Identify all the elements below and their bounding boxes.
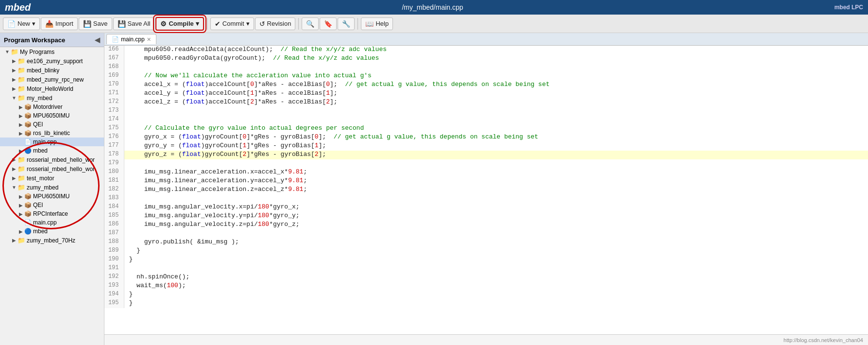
line-number: 168 bbox=[104, 63, 124, 72]
sidebar-item-z-qei[interactable]: ▶ 📦 QEI bbox=[0, 201, 104, 209]
sidebar-tree-wrapper: ▼ 📁 My Programs ▶ 📁 ee106_zumy_support ▶… bbox=[0, 47, 104, 245]
code-body: 166 mpu6050.readAccelData(accelCount); /… bbox=[104, 46, 868, 308]
sidebar-item-motordriver[interactable]: ▶ 📦 Motordriver bbox=[0, 103, 104, 111]
pkg-icon: 📦 bbox=[24, 202, 32, 208]
folder-icon: 📁 bbox=[17, 85, 25, 92]
sidebar-item-rosserial1[interactable]: ▶ 📁 rosserial_mbed_hello_wor bbox=[0, 155, 104, 164]
sidebar-item-mbed-lib[interactable]: ▶ 🔵 mbed bbox=[0, 146, 104, 155]
sidebar-label-my-mbed: my_mbed bbox=[27, 95, 52, 102]
line-number: 167 bbox=[104, 54, 124, 63]
sidebar-item-z-mpu6050[interactable]: ▶ 📦 MPU6050IMU bbox=[0, 192, 104, 201]
compile-button[interactable]: ⚙ Compile ▾ bbox=[155, 17, 204, 31]
line-number: 182 bbox=[104, 186, 124, 194]
sidebar-item-zumy-mbed[interactable]: ▼ 📁 zumy_mbed bbox=[0, 183, 104, 192]
line-number: 171 bbox=[104, 89, 124, 98]
line-content: wait_ms(100); bbox=[124, 282, 868, 291]
line-number: 188 bbox=[104, 238, 124, 247]
sidebar-item-test-motor[interactable]: ▶ 📁 test_motor bbox=[0, 173, 104, 183]
line-number: 178 bbox=[104, 151, 124, 159]
sidebar-item-mbed-blinky[interactable]: ▶ 📁 mbed_blinky bbox=[0, 66, 104, 75]
line-content: accel_x = (float)accelCount[0]*aRes - ac… bbox=[124, 81, 868, 89]
bookmark-button[interactable]: 🔖 bbox=[320, 17, 337, 30]
folder-icon: 📁 bbox=[17, 156, 25, 163]
sidebar-item-zumy-70[interactable]: ▶ 📁 zumy_mbed_70Hz bbox=[0, 236, 104, 245]
sidebar-item-z-main[interactable]: 📄 main.cpp bbox=[0, 218, 104, 227]
sidebar-item-qei[interactable]: ▶ 📦 QEI bbox=[0, 120, 104, 129]
line-content: } bbox=[124, 247, 868, 256]
line-content bbox=[124, 107, 868, 116]
sidebar-item-mbed-zumy[interactable]: ▶ 📁 mbed_zumy_rpc_new bbox=[0, 75, 104, 84]
line-number: 186 bbox=[104, 221, 124, 229]
sidebar-item-motor-hello[interactable]: ▶ 📁 Motor_HelloWorld bbox=[0, 84, 104, 93]
editor-area: 📄 main.cpp ✕ 166 mpu6050.readAccelData(a… bbox=[104, 33, 868, 345]
commit-button[interactable]: ✔ Commit ▾ bbox=[210, 17, 254, 30]
folder-icon: 📁 bbox=[17, 67, 25, 74]
expander-my-programs: ▼ bbox=[4, 49, 11, 54]
save-button[interactable]: 💾 Save bbox=[79, 17, 112, 30]
help-icon: 📖 bbox=[365, 20, 374, 28]
sidebar-item-rosserial2[interactable]: ▶ 📁 rosserial_mbed_hello_wor bbox=[0, 164, 104, 173]
tab-close-button[interactable]: ✕ bbox=[147, 36, 151, 43]
file-icon: 📄 bbox=[24, 219, 32, 226]
code-editor[interactable]: 166 mpu6050.readAccelData(accelCount); /… bbox=[104, 46, 868, 334]
app-logo: mbed bbox=[5, 2, 31, 13]
tab-bar: 📄 main.cpp ✕ bbox=[104, 33, 868, 46]
sidebar-item-z-mbed[interactable]: ▶ 🔵 mbed bbox=[0, 227, 104, 236]
expander-rosserial2: ▶ bbox=[11, 166, 17, 172]
expander-ros-lib: ▶ bbox=[17, 131, 24, 136]
sidebar-item-my-mbed[interactable]: ▼ 📁 my_mbed bbox=[0, 93, 104, 103]
expander-ee106: ▶ bbox=[11, 58, 17, 64]
sidebar-item-my-programs[interactable]: ▼ 📁 My Programs bbox=[0, 47, 104, 56]
tab-main-cpp[interactable]: 📄 main.cpp ✕ bbox=[106, 34, 156, 44]
commit-icon: ✔ bbox=[215, 20, 221, 28]
sidebar-label-rosserial1: rosserial_mbed_hello_wor bbox=[27, 156, 95, 163]
pkg-icon: 📦 bbox=[24, 210, 32, 217]
tools-icon: 🔧 bbox=[342, 20, 350, 28]
line-number: 175 bbox=[104, 124, 124, 133]
line-number: 176 bbox=[104, 133, 124, 142]
sidebar-item-main-cpp[interactable]: 📄 main.cpp bbox=[0, 138, 104, 146]
pkg-icon: 📦 bbox=[24, 121, 32, 128]
line-content: } bbox=[124, 291, 868, 299]
sidebar-label-my-programs: My Programs bbox=[20, 49, 54, 55]
line-number: 194 bbox=[104, 291, 124, 299]
pkg-icon: 📦 bbox=[24, 104, 32, 110]
expander-motordriver: ▶ bbox=[17, 104, 24, 110]
folder-icon: 📁 bbox=[17, 184, 25, 191]
folder-icon: 📁 bbox=[17, 76, 25, 83]
divider-1 bbox=[207, 18, 207, 30]
sidebar-label-mbed-zumy: mbed_zumy_rpc_new bbox=[27, 76, 84, 83]
sidebar-collapse-button[interactable]: ◀ bbox=[95, 36, 100, 44]
line-content bbox=[124, 264, 868, 273]
sidebar-label-zumy-70: zumy_mbed_70Hz bbox=[27, 237, 75, 244]
expander-z-mbed: ▶ bbox=[17, 229, 24, 234]
sidebar-item-z-rpc[interactable]: ▶ 📦 RPCInterface bbox=[0, 209, 104, 218]
ros-icon: 🔵 bbox=[24, 228, 32, 235]
toolbar: 📄 New ▾ 📥 Import 💾 Save 💾 Save All ⚙ Com… bbox=[0, 15, 868, 33]
save-icon: 💾 bbox=[83, 20, 91, 28]
bookmark-icon: 🔖 bbox=[324, 20, 332, 28]
sidebar-item-mpu6050[interactable]: ▶ 📦 MPU6050IMU bbox=[0, 111, 104, 120]
save-all-button[interactable]: 💾 Save All bbox=[113, 17, 155, 30]
sidebar-label-rosserial2: rosserial_mbed_hello_wor bbox=[27, 166, 95, 172]
import-button[interactable]: 📥 Import bbox=[41, 17, 78, 30]
line-content: imu_msg.angular_velocity.x=pi/180*gyro_x… bbox=[124, 203, 868, 212]
search-button[interactable]: 🔍 bbox=[302, 17, 319, 30]
tools-button[interactable]: 🔧 bbox=[338, 17, 355, 30]
sidebar-label-z-main: main.cpp bbox=[33, 219, 57, 226]
help-button[interactable]: 📖 Help bbox=[361, 17, 393, 30]
line-content: imu_msg.angular_velocity.y=pi/180*gyro_y… bbox=[124, 212, 868, 221]
line-content: gyro_y = (float)gyroCount[1]*gRes - gyro… bbox=[124, 142, 868, 151]
revision-icon: ↺ bbox=[259, 20, 265, 28]
revision-button[interactable]: ↺ Revision bbox=[255, 17, 296, 30]
new-button[interactable]: 📄 New ▾ bbox=[3, 17, 40, 30]
code-table: 166 mpu6050.readAccelData(accelCount); /… bbox=[104, 46, 868, 308]
sidebar-item-ros-lib[interactable]: ▶ 📦 ros_lib_kinetic bbox=[0, 129, 104, 138]
line-content: // Calculate the gyro value into actual … bbox=[124, 124, 868, 133]
expander-motor-hello: ▶ bbox=[11, 86, 17, 91]
line-number: 183 bbox=[104, 194, 124, 203]
line-content: imu_msg.linear_acceleration.z=accel_z*9.… bbox=[124, 186, 868, 194]
line-number: 170 bbox=[104, 81, 124, 89]
line-content: gyro_z = (float)gyroCount[2]*gRes - gyro… bbox=[124, 151, 868, 159]
sidebar-item-ee106[interactable]: ▶ 📁 ee106_zumy_support bbox=[0, 56, 104, 66]
